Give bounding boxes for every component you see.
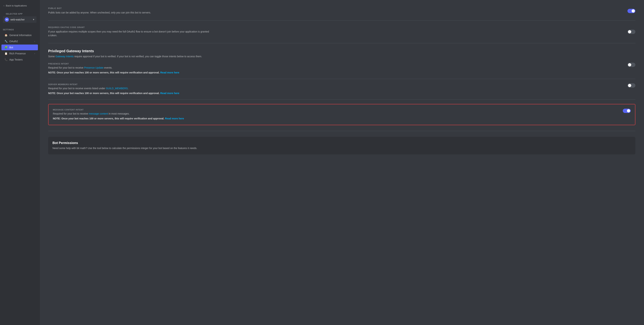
sidebar-item-oauth2[interactable]: 🔧 OAuth2 › <box>2 38 38 44</box>
privileged-gateway-description: Some Gateway Intents require approval if… <box>48 55 210 58</box>
privileged-gateway-title: Privileged Gateway Intents <box>48 49 636 53</box>
chevron-down-icon: ▼ <box>32 18 35 21</box>
server-members-intent-note: NOTE: Once your bot reaches 100 or more … <box>48 91 622 95</box>
sidebar-item-app-testers[interactable]: 📞 App Testers <box>2 57 38 62</box>
message-content-intent-highlighted-box: MESSAGE CONTENT INTENT Required for your… <box>48 104 636 125</box>
chevron-right-icon: › <box>34 40 35 42</box>
main-content: PUBLIC BOT Public bots can be added by a… <box>40 0 644 325</box>
sidebar-item-rich-presence[interactable]: 📋 Rich Presence › <box>2 51 38 56</box>
public-bot-description: Public bots can be added by anyone. When… <box>48 11 210 14</box>
sidebar-item-label: General Information <box>9 34 32 37</box>
bot-permissions-title: Bot Permissions <box>52 141 631 145</box>
sidebar-item-label: App Testers <box>9 58 23 61</box>
toggle-thumb <box>627 109 630 112</box>
permissions-box: Bot Permissions Need some help with bit … <box>48 137 636 154</box>
oauth2-code-grant-label: REQUIRES OAUTH2 CODE GRANT <box>48 26 622 28</box>
public-bot-content: PUBLIC BOT Public bots can be added by a… <box>48 7 622 14</box>
chevron-right-icon: › <box>34 52 35 55</box>
server-members-read-more-link[interactable]: Read more here <box>160 92 179 95</box>
sidebar-item-label: Rich Presence <box>9 52 26 55</box>
selected-app-section: SELECTED APP W web-watcher ▼ <box>0 11 39 26</box>
public-bot-label: PUBLIC BOT <box>48 7 622 9</box>
sidebar: ← Back to Applications SELECTED APP W we… <box>0 0 40 325</box>
message-content-intent-content: MESSAGE CONTENT INTENT Required for your… <box>53 109 617 120</box>
sidebar-item-general-information[interactable]: 🏠 General Information <box>2 32 38 38</box>
presence-intent-content: PRESENCE INTENT Required for your bot to… <box>48 63 622 74</box>
oauth2-code-grant-section: REQUIRES OAUTH2 CODE GRANT If your appli… <box>48 26 636 43</box>
phone-icon: 📞 <box>4 58 8 61</box>
presence-intent-label: PRESENCE INTENT <box>48 63 622 65</box>
bot-permissions-section: Bot Permissions Need some help with bit … <box>48 137 636 160</box>
toggle-thumb <box>628 30 631 33</box>
puzzle-icon: 🧩 <box>4 46 8 49</box>
privileged-gateway-desc-suffix: require approval if your bot is verified… <box>74 55 202 58</box>
message-content-link[interactable]: message content <box>89 112 108 115</box>
presence-intent-toggle[interactable] <box>628 63 636 67</box>
privileged-gateway-section: Privileged Gateway Intents Some Gateway … <box>48 49 636 131</box>
app-name: web-watcher <box>10 18 31 21</box>
bot-permissions-desc: Need some help with bit math? Use the to… <box>52 146 631 150</box>
oauth2-code-grant-toggle[interactable] <box>628 30 636 34</box>
toggle-thumb <box>628 63 631 66</box>
message-content-intent-desc: Required for your bot to receive message… <box>53 112 617 116</box>
guild-members-link[interactable]: GUILD_MEMBERS <box>106 87 128 90</box>
oauth2-code-grant-description: If your application requires multiple sc… <box>48 30 210 37</box>
toggle-track[interactable] <box>628 30 636 34</box>
home-icon: 🏠 <box>4 34 8 37</box>
app-selector[interactable]: W web-watcher ▼ <box>3 16 36 23</box>
toggle-track[interactable] <box>628 83 636 88</box>
presence-read-more-link[interactable]: Read more here <box>160 71 179 74</box>
toggle-track[interactable] <box>628 9 636 13</box>
presence-intent-note: NOTE: Once your bot reaches 100 or more … <box>48 71 622 74</box>
toggle-track[interactable] <box>623 109 631 113</box>
toggle-track[interactable] <box>628 63 636 67</box>
wrench-icon: 🔧 <box>4 40 8 43</box>
avatar: W <box>5 17 9 22</box>
back-to-applications-link[interactable]: ← Back to Applications <box>0 3 39 8</box>
sidebar-item-bot[interactable]: 🧩 Bot <box>2 44 38 50</box>
server-members-intent-desc: Required for your bot to receive events … <box>48 86 622 90</box>
presence-update-link[interactable]: Presence Update <box>84 66 104 69</box>
server-members-intent-toggle[interactable] <box>628 83 636 88</box>
toggle-thumb <box>628 84 631 87</box>
oauth2-code-grant-content: REQUIRES OAUTH2 CODE GRANT If your appli… <box>48 26 622 37</box>
message-content-read-more-link[interactable]: Read more here <box>165 117 184 120</box>
public-bot-toggle[interactable] <box>628 9 636 13</box>
sidebar-item-label: Bot <box>9 46 13 49</box>
message-content-intent-label: MESSAGE CONTENT INTENT <box>53 109 617 111</box>
server-members-intent-content: SERVER MEMBERS INTENT Required for your … <box>48 83 622 95</box>
server-members-intent-label: SERVER MEMBERS INTENT <box>48 83 622 85</box>
gateway-intents-link[interactable]: Gateway Intents <box>55 55 74 58</box>
message-content-intent-note: NOTE: Once your bot reaches 100 or more … <box>53 117 617 120</box>
presence-intent-block: PRESENCE INTENT Required for your bot to… <box>48 63 636 79</box>
list-icon: 📋 <box>4 52 8 55</box>
sidebar-item-label: OAuth2 <box>9 40 18 43</box>
toggle-thumb <box>632 9 635 12</box>
server-members-intent-block: SERVER MEMBERS INTENT Required for your … <box>48 83 636 100</box>
presence-intent-desc: Required for your bot to receive Presenc… <box>48 66 622 70</box>
privileged-gateway-desc-prefix: Some <box>48 55 55 58</box>
selected-app-label: SELECTED APP <box>3 12 36 16</box>
public-bot-section: PUBLIC BOT Public bots can be added by a… <box>48 7 636 20</box>
settings-section-label: SETTINGS <box>0 27 39 32</box>
message-content-intent-toggle[interactable] <box>623 109 631 113</box>
